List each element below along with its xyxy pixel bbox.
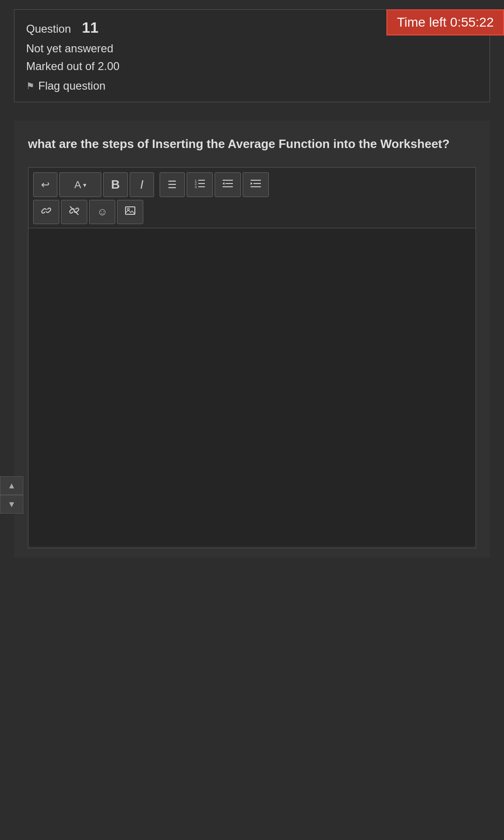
scroll-down-icon: ▼	[7, 500, 16, 509]
undo-icon: ↩	[41, 179, 49, 191]
indent-button[interactable]	[243, 172, 269, 197]
question-label: Question	[26, 22, 71, 35]
emoji-button[interactable]: ☺	[89, 200, 115, 224]
unlink-icon	[69, 205, 79, 219]
italic-button[interactable]: I	[130, 172, 154, 197]
font-selector-button[interactable]: A ▾	[59, 172, 101, 197]
outdent-icon	[223, 178, 233, 191]
insert-image-button[interactable]	[117, 200, 143, 224]
svg-text:3.: 3.	[195, 185, 198, 189]
unordered-list-icon: ☰	[168, 179, 177, 191]
timer-display: Time left 0:55:22	[386, 9, 504, 35]
ordered-list-button[interactable]: 1. 2. 3.	[187, 172, 213, 197]
bold-button[interactable]: B	[103, 172, 128, 197]
flag-icon: ⚑	[26, 80, 35, 92]
timer-text: Time left 0:55:22	[397, 15, 494, 29]
image-icon	[125, 205, 135, 219]
link-icon	[41, 205, 51, 219]
toolbar-row-1: ↩ A ▾ B I ☰	[33, 172, 471, 197]
svg-marker-9	[223, 182, 224, 185]
scroll-up-button[interactable]: ▲	[0, 476, 23, 495]
svg-rect-15	[126, 207, 135, 214]
toolbar-row-2: ☺	[33, 200, 471, 224]
answer-text-area[interactable]	[28, 228, 476, 546]
editor-toolbar: ↩ A ▾ B I ☰	[28, 168, 476, 228]
font-chevron-icon: ▾	[83, 181, 86, 189]
marked-out-label: Marked out of 2.00	[26, 60, 478, 73]
question-number: 11	[82, 19, 98, 36]
question-text: what are the steps of Inserting the Aver…	[28, 135, 476, 153]
scroll-up-icon: ▲	[7, 481, 16, 491]
side-scroll-buttons: ▲ ▼	[0, 476, 23, 514]
editor-container: ↩ A ▾ B I ☰	[28, 167, 476, 548]
page-container: Time left 0:55:22 Question 11 Not yet an…	[0, 9, 504, 840]
scroll-down-button[interactable]: ▼	[0, 495, 23, 514]
unordered-list-button[interactable]: ☰	[160, 172, 185, 197]
flag-label: Flag question	[38, 79, 105, 92]
question-status: Not yet answered	[26, 42, 478, 55]
undo-button[interactable]: ↩	[33, 172, 57, 197]
font-label: A	[74, 179, 81, 191]
emoji-icon: ☺	[97, 206, 107, 218]
flag-question-button[interactable]: ⚑ Flag question	[26, 79, 478, 92]
outdent-button[interactable]	[215, 172, 241, 197]
ordered-list-icon: 1. 2. 3.	[195, 178, 205, 191]
unlink-button[interactable]	[61, 200, 87, 224]
insert-link-button[interactable]	[33, 200, 59, 224]
svg-marker-13	[251, 182, 252, 185]
italic-icon: I	[140, 177, 143, 192]
question-body: what are the steps of Inserting the Aver…	[14, 121, 490, 558]
bold-icon: B	[111, 177, 120, 192]
indent-icon	[251, 178, 261, 191]
